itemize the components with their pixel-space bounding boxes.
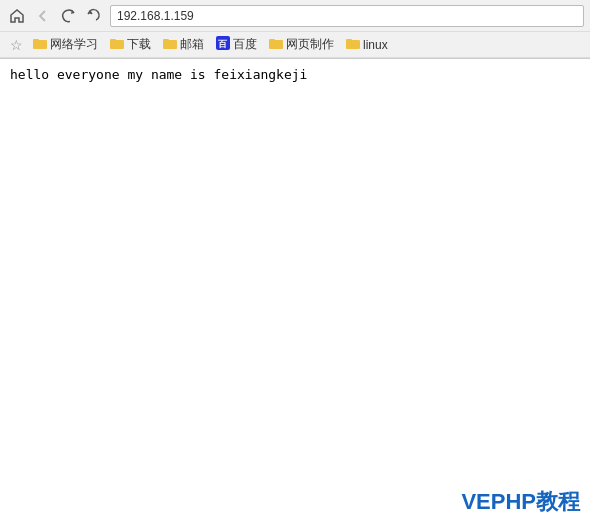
baidu-icon: 百 (216, 36, 230, 53)
home-button[interactable] (6, 5, 28, 27)
svg-rect-9 (269, 39, 275, 42)
address-text: 192.168.1.159 (117, 9, 194, 23)
folder-icon (163, 37, 177, 52)
svg-rect-5 (163, 39, 169, 42)
bookmark-label: 下载 (127, 36, 151, 53)
page-content: hello everyone my name is feixiangkeji (0, 59, 590, 527)
page-text: hello everyone my name is feixiangkeji (10, 67, 307, 82)
bookmark-download[interactable]: 下载 (105, 34, 156, 55)
bookmarks-bar: ☆ 网络学习 下载 (0, 32, 590, 58)
bookmark-label: 百度 (233, 36, 257, 53)
watermark: VEPHP教程 (461, 487, 580, 517)
bookmark-label: 网页制作 (286, 36, 334, 53)
folder-icon (110, 37, 124, 52)
folder-icon (346, 37, 360, 52)
star-button[interactable]: ☆ (6, 35, 26, 55)
svg-rect-1 (33, 39, 39, 42)
undo-button[interactable] (84, 5, 106, 27)
bookmark-webpage[interactable]: 网页制作 (264, 34, 339, 55)
bookmark-wangluo[interactable]: 网络学习 (28, 34, 103, 55)
bookmark-email[interactable]: 邮箱 (158, 34, 209, 55)
folder-icon (33, 37, 47, 52)
refresh-button[interactable] (58, 5, 80, 27)
svg-rect-3 (110, 39, 116, 42)
watermark-text: VEPHP教程 (461, 489, 580, 514)
bookmark-label: 邮箱 (180, 36, 204, 53)
browser-chrome: 192.168.1.159 ☆ 网络学习 下载 (0, 0, 590, 59)
address-bar[interactable]: 192.168.1.159 (110, 5, 584, 27)
bookmark-linux[interactable]: linux (341, 35, 393, 54)
bookmark-label: linux (363, 38, 388, 52)
folder-icon (269, 37, 283, 52)
svg-text:百: 百 (218, 39, 228, 49)
bookmark-label: 网络学习 (50, 36, 98, 53)
back-button[interactable] (32, 5, 54, 27)
nav-bar: 192.168.1.159 (0, 0, 590, 32)
bookmark-baidu[interactable]: 百 百度 (211, 34, 262, 55)
svg-rect-11 (346, 39, 352, 42)
